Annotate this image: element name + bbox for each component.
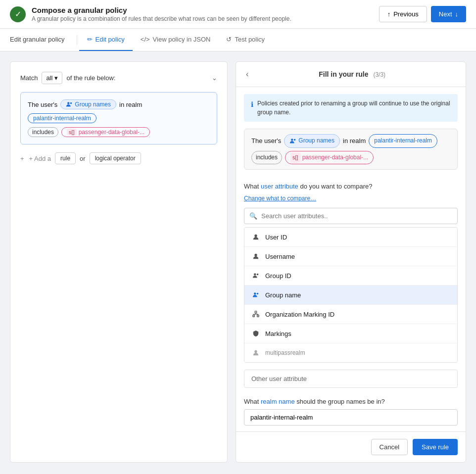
attr-item-group-name[interactable]: Group name <box>244 285 457 305</box>
shield-icon <box>251 329 260 338</box>
svg-point-4 <box>254 235 257 237</box>
attr-label-user-id: User ID <box>265 234 287 241</box>
group-names-badge-left[interactable]: Group names <box>60 99 116 109</box>
svg-point-5 <box>254 254 257 256</box>
svg-point-7 <box>257 274 259 276</box>
svg-point-1 <box>70 102 72 104</box>
svg-point-9 <box>257 293 259 295</box>
test-icon: ↺ <box>226 36 232 43</box>
attr-label-group-name: Group name <box>265 291 301 299</box>
tab-test-policy[interactable]: ↺ Test policy <box>218 29 273 51</box>
svg-point-0 <box>67 102 69 104</box>
rule-line-1: The user's Group names in realm <box>28 99 210 109</box>
check-icon: ✓ <box>10 6 26 22</box>
rule-box: The user's Group names in realm palantir… <box>20 92 217 144</box>
preview-realm-badge: palantir-internal-realm <box>369 134 437 148</box>
other-user-attribute-box[interactable]: Other user attribute <box>244 370 458 388</box>
realm-prefix-left: in realm <box>119 101 142 108</box>
realm-section-label: What realm name should the group names b… <box>244 398 458 405</box>
preview-group-names-badge: Group names <box>284 134 340 148</box>
value-badge-left[interactable]: s[] passenger-data-global-... <box>61 127 150 137</box>
left-panel: Match all ▾ of the rule below: ⌄ The use… <box>10 61 228 463</box>
top-bar-buttons: ↑ Previous Next ↓ <box>379 6 466 22</box>
attr-item-org-marking-id[interactable]: Organization Marking ID <box>244 305 457 324</box>
tab-view-json[interactable]: </> View policy in JSON <box>133 29 219 51</box>
top-bar-subtitle: A granular policy is a combination of ru… <box>32 15 291 22</box>
value-prefix-left: s[] <box>67 129 77 136</box>
next-button[interactable]: Next ↓ <box>431 6 466 22</box>
add-rule-button[interactable]: rule <box>55 152 76 164</box>
tab-bar: Edit granular policy ✏ Edit policy </> V… <box>0 29 476 51</box>
match-select[interactable]: all ▾ <box>42 72 62 84</box>
attr-item-markings[interactable]: Markings <box>244 324 457 343</box>
realm-input[interactable] <box>244 409 458 426</box>
info-text: Policies created prior to renaming a gro… <box>257 99 451 117</box>
plus-icon: + <box>20 155 24 162</box>
realm-section: What realm name should the group names b… <box>236 392 466 431</box>
preview-value-prefix: s[] <box>290 152 300 163</box>
attr-item-user-id[interactable]: User ID <box>244 228 457 247</box>
tab-edit-policy[interactable]: ✏ Edit policy <box>79 29 133 51</box>
add-logical-operator-button[interactable]: logical operator <box>90 152 141 164</box>
attr-item-username[interactable]: Username <box>244 247 457 266</box>
org-icon <box>251 310 260 319</box>
attr-item-multipassrealm[interactable]: multipassrealm <box>244 343 457 362</box>
cancel-button[interactable]: Cancel <box>371 439 408 455</box>
tab-divider <box>77 35 77 45</box>
page-label: Edit granular policy <box>10 29 73 51</box>
right-panel-footer: Cancel Save rule <box>236 431 466 462</box>
rule-line-3: includes s[] passenger-data-global-... <box>28 127 210 137</box>
attr-label-markings: Markings <box>265 330 291 337</box>
change-what-to-compare-link[interactable]: Change what to compare… <box>244 195 458 202</box>
preview-group-icon <box>289 138 296 144</box>
user-attribute-link[interactable]: user attribute <box>261 183 298 190</box>
person-icon-group-name <box>251 290 260 299</box>
rule-line-2: palantir-internal-realm <box>28 113 210 123</box>
search-box: 🔍 <box>244 208 458 224</box>
collapse-icon[interactable]: ⌄ <box>212 74 217 82</box>
right-panel-header: ‹ Fill in your rule (3/3) <box>236 62 466 87</box>
arrow-down-icon: ↓ <box>455 10 459 18</box>
top-bar-info: Compose a granular policy A granular pol… <box>32 6 291 22</box>
top-bar: ✓ Compose a granular policy A granular p… <box>0 0 476 29</box>
rule-user-prefix: The user's <box>28 101 57 108</box>
preview-realm-prefix: in realm <box>343 135 366 146</box>
save-rule-button[interactable]: Save rule <box>413 439 458 455</box>
match-label: Match <box>20 74 38 82</box>
top-bar-left: ✓ Compose a granular policy A granular p… <box>10 6 291 22</box>
search-input[interactable] <box>261 212 452 220</box>
person-icon-group-id <box>251 271 260 280</box>
attr-label-org-marking-id: Organization Marking ID <box>265 311 334 318</box>
attr-label-group-id: Group ID <box>265 272 291 280</box>
person-icon-username <box>251 252 260 261</box>
search-icon: 🔍 <box>249 212 257 220</box>
svg-point-8 <box>254 293 256 295</box>
top-bar-title: Compose a granular policy <box>32 6 291 14</box>
compare-section: What user attribute do you want to compa… <box>236 177 466 208</box>
rule-preview: The user's Group names in realm palantir… <box>244 129 458 170</box>
previous-button[interactable]: ↑ Previous <box>379 6 427 22</box>
svg-rect-11 <box>253 315 255 317</box>
person-icon-user-id <box>251 233 260 241</box>
group-icon <box>66 101 73 108</box>
edit-icon: ✏ <box>87 36 93 43</box>
match-suffix: of the rule below: <box>66 74 115 82</box>
realm-badge-left[interactable]: palantir-internal-realm <box>28 113 96 123</box>
includes-badge-left: includes <box>28 127 58 137</box>
svg-point-17 <box>254 350 257 353</box>
svg-rect-10 <box>255 311 257 313</box>
svg-point-2 <box>291 139 293 141</box>
arrow-up-icon: ↑ <box>387 10 391 18</box>
compare-label: What user attribute do you want to compa… <box>244 183 458 190</box>
preview-user-prefix: The user's <box>251 135 281 146</box>
dropdown-icon: ▾ <box>54 74 58 82</box>
realm-name-link[interactable]: realm name <box>261 398 295 405</box>
code-icon: </> <box>141 36 150 43</box>
other-attr-label: Other user attribute <box>251 375 307 382</box>
or-label: or <box>80 155 86 162</box>
attr-item-group-id[interactable]: Group ID <box>244 266 457 285</box>
person-icon-multipassrealm <box>251 348 260 357</box>
add-rule-row: + + Add a rule or logical operator <box>20 152 217 164</box>
right-panel-title: Fill in your rule <box>319 70 368 78</box>
info-box: ℹ Policies created prior to renaming a g… <box>244 94 458 122</box>
